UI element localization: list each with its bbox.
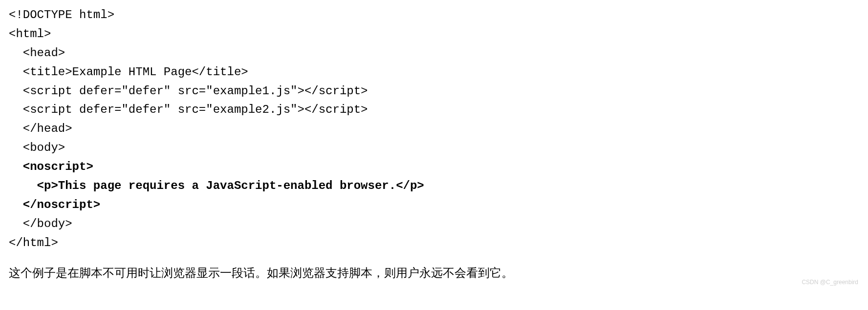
code-line: </head> bbox=[9, 122, 72, 135]
code-line: <script defer="defer" src="example1.js">… bbox=[9, 84, 368, 98]
code-line: <head> bbox=[9, 46, 65, 60]
code-line: </body> bbox=[9, 217, 72, 230]
code-line: </html> bbox=[9, 236, 58, 249]
code-block: <!DOCTYPE html> <html> <head> <title>Exa… bbox=[9, 6, 859, 252]
code-line-bold: <p>This page requires a JavaScript-enabl… bbox=[9, 179, 424, 192]
code-line: <body> bbox=[9, 141, 65, 154]
code-line: <!DOCTYPE html> bbox=[9, 8, 114, 21]
watermark-text: CSDN @C_greenbird bbox=[9, 279, 858, 286]
code-line-bold: </noscript> bbox=[9, 198, 100, 211]
code-line: <script defer="defer" src="example2.js">… bbox=[9, 103, 368, 116]
code-line: <title>Example HTML Page</title> bbox=[9, 65, 248, 79]
code-line-bold: <noscript> bbox=[9, 160, 93, 173]
code-line: <html> bbox=[9, 27, 51, 41]
